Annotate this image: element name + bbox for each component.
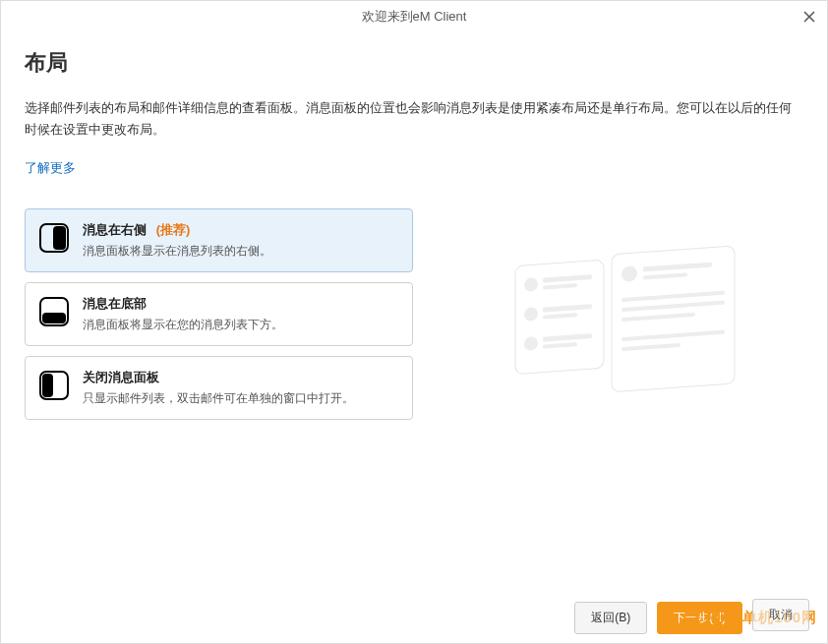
layout-bottom-icon	[39, 297, 69, 326]
content-area: 布局 选择邮件列表的布局和邮件详细信息的查看面板。消息面板的位置也会影响消息列表…	[1, 32, 827, 435]
window-title: 欢迎来到eM Client	[362, 8, 467, 26]
svg-rect-5	[42, 374, 53, 397]
svg-rect-1	[53, 226, 66, 250]
option-messages-bottom[interactable]: 消息在底部 消息面板将显示在您的消息列表下方。	[25, 282, 413, 346]
option-title: 消息在右侧 (推荐)	[83, 221, 398, 239]
option-desc: 只显示邮件列表，双击邮件可在单独的窗口中打开。	[83, 390, 398, 407]
main-area: 消息在右侧 (推荐) 消息面板将显示在消息列表的右侧。 消息在底部	[25, 208, 803, 435]
learn-more-link[interactable]: 了解更多	[25, 159, 76, 177]
recommended-badge: (推荐)	[156, 222, 191, 237]
option-desc: 消息面板将显示在您的消息列表下方。	[83, 317, 398, 333]
option-text: 关闭消息面板 只显示邮件列表，双击邮件可在单独的窗口中打开。	[83, 369, 398, 407]
svg-rect-3	[42, 313, 66, 323]
page-title: 布局	[25, 48, 803, 78]
back-button[interactable]: 返回(B)	[574, 602, 647, 634]
option-desc: 消息面板将显示在消息列表的右侧。	[83, 243, 398, 260]
option-title: 消息在底部	[83, 295, 398, 313]
layout-options: 消息在右侧 (推荐) 消息面板将显示在消息列表的右侧。 消息在底部	[25, 208, 413, 435]
page-description: 选择邮件列表的布局和邮件详细信息的查看面板。消息面板的位置也会影响消息列表是使用…	[25, 97, 803, 141]
close-button[interactable]	[799, 7, 819, 27]
option-text: 消息在右侧 (推荐) 消息面板将显示在消息列表的右侧。	[83, 221, 398, 260]
option-text: 消息在底部 消息面板将显示在您的消息列表下方。	[83, 295, 398, 333]
option-messages-right[interactable]: 消息在右侧 (推荐) 消息面板将显示在消息列表的右侧。	[25, 208, 413, 272]
footer: 返回(B) 下一步(N) 取消	[1, 592, 827, 643]
cancel-button-visible[interactable]: 取消	[752, 599, 809, 631]
layout-off-icon	[39, 371, 69, 400]
option-title: 关闭消息面板	[83, 369, 398, 386]
close-icon	[803, 11, 815, 23]
option-messages-off[interactable]: 关闭消息面板 只显示邮件列表，双击邮件可在单独的窗口中打开。	[25, 356, 413, 420]
title-bar: 欢迎来到eM Client	[1, 1, 827, 32]
layout-illustration	[443, 208, 803, 435]
layout-right-icon	[39, 223, 69, 253]
next-button[interactable]: 下一步(N)	[657, 602, 742, 634]
